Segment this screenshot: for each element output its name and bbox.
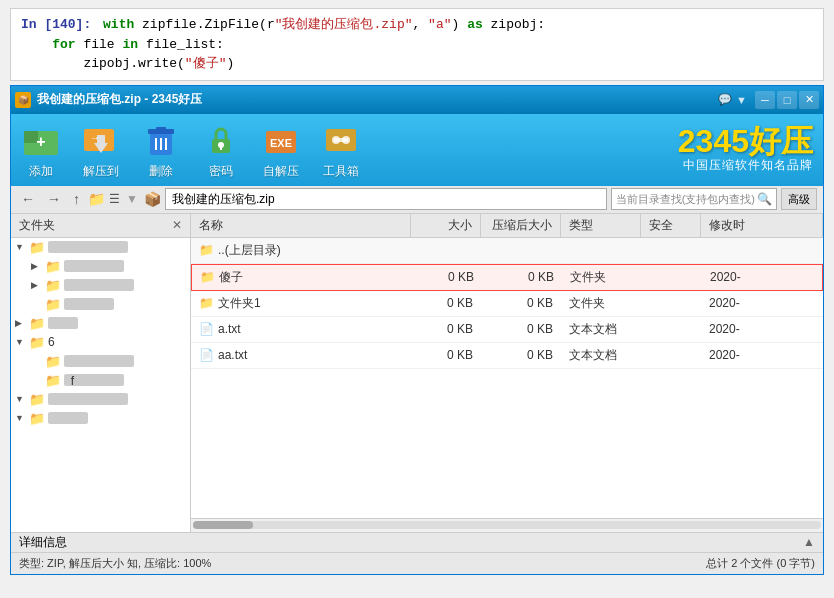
- tree-arrow-3: ▶: [31, 280, 45, 290]
- code-str3: "傻子": [185, 56, 227, 71]
- code-str1: "我创建的压缩包.zip": [275, 17, 413, 32]
- separator: ▼: [126, 192, 138, 206]
- file-safety-parent: [641, 248, 701, 252]
- file-rows: 📁 ..(上层目录) 📁 傻子 0 KB 0 KB: [191, 238, 823, 518]
- col-header-safety: 安全: [641, 214, 701, 237]
- hscroll-thumb: [193, 521, 253, 529]
- tree-item-5[interactable]: ▶ 📁: [11, 314, 190, 333]
- close-button[interactable]: ✕: [799, 91, 819, 109]
- keyword-for: for: [52, 37, 75, 52]
- delete-button[interactable]: 删除: [141, 120, 181, 180]
- zip-icon: 📦: [144, 191, 161, 207]
- extract-button[interactable]: → 解压到: [81, 120, 121, 180]
- folder-icon-shaozi: 📁: [200, 270, 215, 284]
- tree-label-5: [48, 317, 78, 329]
- tree-item-4[interactable]: 📁: [11, 295, 190, 314]
- tree-label-2: [64, 260, 124, 272]
- tools-label: 工具箱: [323, 163, 359, 180]
- tools-button[interactable]: 工具箱: [321, 120, 361, 180]
- maximize-button[interactable]: □: [777, 91, 797, 109]
- file-safety-aatxt: [641, 353, 701, 357]
- file-name-shaozi: 📁 傻子: [192, 267, 412, 288]
- detail-panel-expand[interactable]: ▲: [803, 535, 815, 549]
- password-button[interactable]: 密码: [201, 120, 241, 180]
- keyword-with: with: [103, 17, 134, 32]
- app-title: 我创建的压缩包.zip - 2345好压: [37, 91, 202, 108]
- title-tray: 💬 ▼: [718, 93, 747, 106]
- main-content: 文件夹 ✕ ▼ 📁 ▶ 📁 ▶ 📁 📁: [11, 214, 823, 532]
- tree-item-8[interactable]: 📁 f: [11, 371, 190, 390]
- minimize-button[interactable]: ─: [755, 91, 775, 109]
- file-safety-shaozi: [642, 275, 702, 279]
- selfextract-icon: EXE: [261, 120, 301, 160]
- brand-logo: 2345好压: [678, 125, 813, 157]
- file-csize-parent: [481, 248, 561, 252]
- file-row-aatxt[interactable]: 📄 aa.txt 0 KB 0 KB 文本文档 2020-: [191, 343, 823, 369]
- status-bar: 类型: ZIP, 解压后大小 知, 压缩比: 100% 总计 2 个文件 (0 …: [11, 552, 823, 574]
- password-label: 密码: [209, 163, 233, 180]
- add-icon: +: [21, 120, 61, 160]
- col-header-name: 名称: [191, 214, 411, 237]
- tree-label-10: [48, 412, 88, 424]
- code-close: ): [452, 17, 468, 32]
- file-row-folder1[interactable]: 📁 文件夹1 0 KB 0 KB 文件夹 2020-: [191, 291, 823, 317]
- tree-item-10[interactable]: ▼ 📁: [11, 409, 190, 428]
- tree-arrow-9: ▼: [15, 394, 29, 404]
- file-safety-folder1: [641, 301, 701, 305]
- file-tree-header: 文件夹 ✕: [11, 214, 190, 238]
- code-write-close: ): [226, 56, 234, 71]
- tree-item-9[interactable]: ▼ 📁: [11, 390, 190, 409]
- svg-rect-9: [156, 127, 166, 131]
- cell-label: In [140]:: [21, 17, 91, 32]
- tree-item-3[interactable]: ▶ 📁: [11, 276, 190, 295]
- file-size-shaozi: 0 KB: [412, 268, 482, 286]
- tree-item-1[interactable]: ▼ 📁: [11, 238, 190, 257]
- col-header-type: 类型: [561, 214, 641, 237]
- status-detail2-text: 知, 压缩比: 100%: [127, 557, 211, 569]
- app-icon: 📦: [15, 92, 31, 108]
- path-folder-icon: 📁: [88, 191, 105, 207]
- file-type-shaozi: 文件夹: [562, 267, 642, 288]
- tree-folder-1: 📁: [29, 240, 45, 255]
- address-input[interactable]: [165, 188, 607, 210]
- file-csize-atxt: 0 KB: [481, 320, 561, 338]
- tree-arrow-2: ▶: [31, 261, 45, 271]
- folder-icon-folder1: 📁: [199, 296, 214, 310]
- tree-item-6[interactable]: ▼ 📁 6: [11, 333, 190, 352]
- back-button[interactable]: ←: [17, 190, 39, 208]
- file-list-header: 名称 大小 压缩后大小 类型 安全 修改时: [191, 214, 823, 238]
- add-button[interactable]: + 添加: [21, 120, 61, 180]
- tree-folder-9: 📁: [29, 392, 45, 407]
- file-tree-label: 文件夹: [19, 217, 55, 234]
- file-type-folder1: 文件夹: [561, 293, 641, 314]
- horizontal-scrollbar[interactable]: [191, 518, 823, 532]
- search-button[interactable]: 🔍: [757, 192, 772, 206]
- forward-button[interactable]: →: [43, 190, 65, 208]
- status-detail: 类型: ZIP, 解压后大小 知, 压缩比: 100%: [19, 556, 706, 571]
- delete-label: 删除: [149, 163, 173, 180]
- col-header-modified: 修改时: [701, 214, 823, 237]
- brand-area: 2345好压 中国压缩软件知名品牌: [678, 125, 813, 174]
- up-button[interactable]: ↑: [69, 190, 84, 208]
- txt-icon-aatxt: 📄: [199, 348, 214, 362]
- advanced-button[interactable]: 高级: [781, 188, 817, 210]
- tree-item-2[interactable]: ▶ 📁: [11, 257, 190, 276]
- file-modified-shaozi: 2020-: [702, 268, 822, 286]
- file-row-atxt[interactable]: 📄 a.txt 0 KB 0 KB 文本文档 2020-: [191, 317, 823, 343]
- tree-folder-8: 📁: [45, 373, 61, 388]
- tree-label-1: [48, 241, 128, 253]
- code-comma: ,: [413, 17, 429, 32]
- jupyter-cell: In [140]: with zipfile.ZipFile(r"我创建的压缩包…: [10, 8, 824, 81]
- file-row-parent[interactable]: 📁 ..(上层目录): [191, 238, 823, 264]
- file-row-shaozi[interactable]: 📁 傻子 0 KB 0 KB 文件夹 2020-: [191, 264, 823, 291]
- file-name-atxt: 📄 a.txt: [191, 320, 411, 338]
- selfextract-button[interactable]: EXE 自解压: [261, 120, 301, 180]
- tree-item-7[interactable]: 📁: [11, 352, 190, 371]
- file-csize-shaozi: 0 KB: [482, 268, 562, 286]
- list-view-icon: ☰: [109, 192, 120, 206]
- address-bar: ← → ↑ 📁 ☰ ▼ 📦 当前目录查找(支持包内查找) 🔍 高级: [11, 186, 823, 214]
- file-name-parent: 📁 ..(上层目录): [191, 240, 411, 261]
- svg-text:→: →: [90, 132, 100, 143]
- detail-panel-header: 详细信息 ▲: [11, 532, 823, 552]
- file-tree-close[interactable]: ✕: [172, 218, 182, 232]
